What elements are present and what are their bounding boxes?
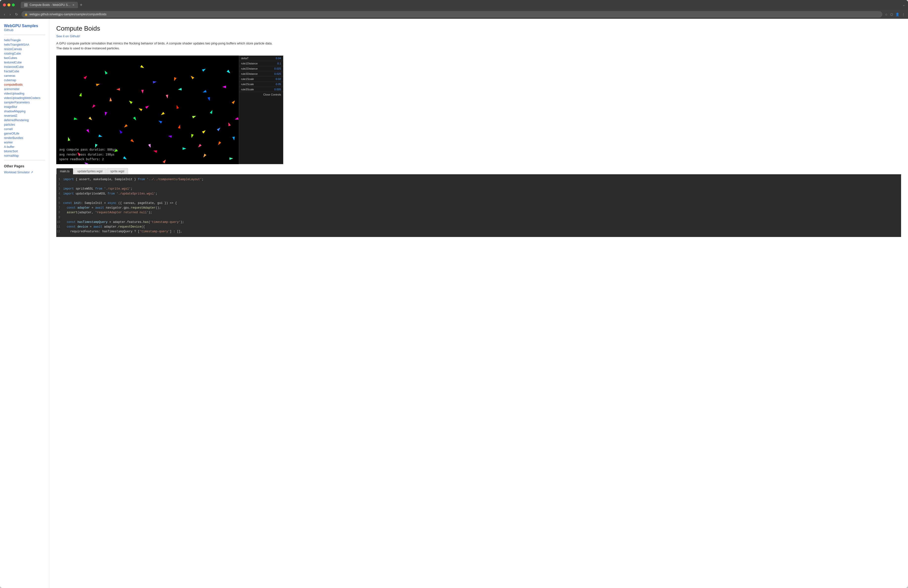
- sidebar-item-imageBlur[interactable]: imageBlur: [4, 105, 45, 109]
- address-bar[interactable]: 🔒 webgpu.github.io/webgpu-samples/sample…: [21, 11, 882, 18]
- nav-bar: ‹ › ↻ 🔒 webgpu.github.io/webgpu-samples/…: [0, 10, 908, 19]
- back-button[interactable]: ‹: [3, 11, 6, 17]
- rule3Distance-value[interactable]: 0.025: [274, 72, 281, 75]
- forward-button[interactable]: ›: [9, 11, 12, 17]
- svg-marker-48: [163, 159, 167, 163]
- line-content-5: [63, 196, 901, 201]
- svg-marker-3: [173, 77, 177, 82]
- main-content: Compute Boids See it on Github! A GPU co…: [49, 19, 908, 588]
- sidebar-item-deferredRendering[interactable]: deferredRendering: [4, 118, 45, 122]
- rule1Scale-label: rule1Scale: [241, 77, 254, 81]
- tab-sprite-wgsl[interactable]: sprite.wgsl: [106, 168, 128, 174]
- control-row-rule1Distance: rule1Distance 0.1: [239, 61, 283, 66]
- sidebar-item-cornell[interactable]: cornell: [4, 127, 45, 131]
- close-controls-button[interactable]: Close Controls: [239, 92, 283, 97]
- line-num-11: 11: [56, 225, 63, 229]
- sidebar-item-computeBoids[interactable]: computeBoids: [4, 82, 45, 87]
- line-num-4: 4: [56, 192, 63, 196]
- rule2Distance-value[interactable]: 0.025: [274, 67, 281, 70]
- sidebar-github-link[interactable]: Github: [4, 28, 45, 32]
- deltaT-value[interactable]: 0.04: [276, 57, 281, 60]
- svg-marker-19: [175, 105, 179, 109]
- sidebar-item-helloTriangleMSAA[interactable]: helloTriangleMSAA: [4, 42, 45, 47]
- new-tab-button[interactable]: +: [80, 2, 83, 8]
- sidebar-item-animometer[interactable]: animometer: [4, 87, 45, 91]
- svg-marker-0: [84, 75, 88, 79]
- render-stat: avg render pass duration: 190μs: [59, 152, 116, 157]
- sidebar-item-particles[interactable]: particles: [4, 122, 45, 127]
- sidebar-item-helloTriangle[interactable]: helloTriangle: [4, 38, 45, 42]
- sidebar-item-samplerParameters[interactable]: samplerParameters: [4, 100, 45, 105]
- svg-marker-22: [123, 124, 127, 128]
- svg-marker-54: [178, 88, 182, 90]
- sidebar-title[interactable]: WebGPU Samples: [4, 24, 38, 28]
- sidebar: WebGPU Samples Github helloTriangle hell…: [0, 19, 49, 588]
- sidebar-item-normalMap[interactable]: normalMap: [4, 153, 45, 158]
- browser-tab-active[interactable]: Compute Boids - WebGPU S... ✕: [21, 2, 78, 8]
- rule3Scale-value[interactable]: 0.005: [274, 88, 281, 91]
- sidebar-item-renderBundles[interactable]: renderBundles: [4, 136, 45, 140]
- line-content-10: const hasTimestampQuery = adapter.featur…: [63, 220, 901, 225]
- line-content-11: const device = await adapter.requestDevi…: [63, 225, 901, 229]
- github-link[interactable]: See it on Github!: [56, 34, 901, 38]
- sidebar-item-texturedCube[interactable]: texturedCube: [4, 60, 45, 64]
- rule2Scale-value[interactable]: 0.05: [276, 83, 281, 85]
- sidebar-item-cameras[interactable]: cameras: [4, 74, 45, 78]
- sidebar-item-instancedCube[interactable]: instancedCube: [4, 64, 45, 69]
- svg-marker-25: [227, 122, 231, 126]
- code-line-9: 9: [56, 215, 901, 220]
- sidebar-nav: helloTriangle helloTriangleMSAA resizeCa…: [4, 38, 45, 158]
- svg-marker-13: [166, 95, 169, 99]
- reload-button[interactable]: ↻: [14, 11, 19, 17]
- code-editor: 1 import { assert, makeSample, SampleIni…: [56, 174, 901, 237]
- svg-marker-12: [128, 100, 132, 104]
- sidebar-item-twoCubes[interactable]: twoCubes: [4, 56, 45, 60]
- rule1Scale-value[interactable]: 0.02: [276, 77, 281, 81]
- line-num-2: 2: [56, 182, 63, 187]
- svg-marker-21: [86, 129, 90, 134]
- code-line-5: 5: [56, 196, 901, 201]
- extensions-icon[interactable]: ⬡: [890, 13, 893, 16]
- sidebar-item-fractalCube[interactable]: fractalCube: [4, 69, 45, 74]
- minimize-button[interactable]: [7, 3, 10, 6]
- workload-simulator-link[interactable]: Workload Simulator ↗: [4, 170, 45, 174]
- tab-main-ts[interactable]: main.ts: [56, 168, 73, 174]
- sidebar-item-cubemap[interactable]: cubemap: [4, 78, 45, 82]
- line-content-8: assert(adapter, 'requestAdapter returned…: [63, 210, 901, 215]
- tab-close-icon[interactable]: ✕: [72, 3, 74, 6]
- rule1Distance-value[interactable]: 0.1: [277, 62, 281, 65]
- svg-marker-52: [229, 157, 233, 160]
- menu-icon[interactable]: ⋮: [902, 13, 905, 16]
- svg-marker-58: [197, 144, 202, 148]
- close-button[interactable]: [3, 3, 6, 6]
- sidebar-item-gameOfLife[interactable]: gameOfLife: [4, 131, 45, 136]
- code-line-2: 2: [56, 182, 901, 187]
- svg-marker-53: [141, 90, 144, 94]
- sidebar-item-rotatingCube[interactable]: rotatingCube: [4, 52, 45, 56]
- svg-marker-45: [208, 97, 211, 101]
- browser-window: Compute Boids - WebGPU S... ✕ + ⌄ ‹ › ↻ …: [0, 0, 908, 588]
- simulation-wrapper: avg compute pass duration: 886μs avg ren…: [56, 56, 901, 164]
- sidebar-item-videoUploading[interactable]: videoUploading: [4, 91, 45, 96]
- sidebar-item-bitonicSort[interactable]: bitonicSort: [4, 149, 45, 153]
- tab-updateSprites[interactable]: updateSprites.wgsl: [74, 168, 106, 174]
- svg-marker-49: [123, 156, 127, 161]
- sidebar-item-reversedZ[interactable]: reversedZ: [4, 114, 45, 118]
- svg-marker-20: [210, 110, 213, 114]
- tab-title: Compute Boids - WebGPU S...: [30, 3, 70, 6]
- svg-marker-4: [202, 68, 206, 72]
- sidebar-item-A-buffer[interactable]: A-buffer: [4, 145, 45, 149]
- sidebar-item-worker[interactable]: worker: [4, 140, 45, 145]
- profile-icon[interactable]: 👤: [895, 13, 899, 16]
- sidebar-item-resizeCanvas[interactable]: resizeCanvas: [4, 47, 45, 52]
- svg-marker-2: [140, 65, 145, 69]
- deltaT-label: deltaT: [241, 57, 249, 60]
- sidebar-item-videoUploadingWebCodecs[interactable]: videoUploadingWebCodecs: [4, 96, 45, 100]
- line-num-5: 5: [56, 196, 63, 201]
- code-line-11: 11 const device = await adapter.requestD…: [56, 225, 901, 229]
- sidebar-item-shadowMapping[interactable]: shadowMapping: [4, 109, 45, 114]
- svg-marker-7: [116, 88, 120, 90]
- maximize-button[interactable]: [12, 3, 15, 6]
- bookmark-icon[interactable]: ☆: [885, 13, 888, 16]
- svg-marker-29: [202, 129, 206, 134]
